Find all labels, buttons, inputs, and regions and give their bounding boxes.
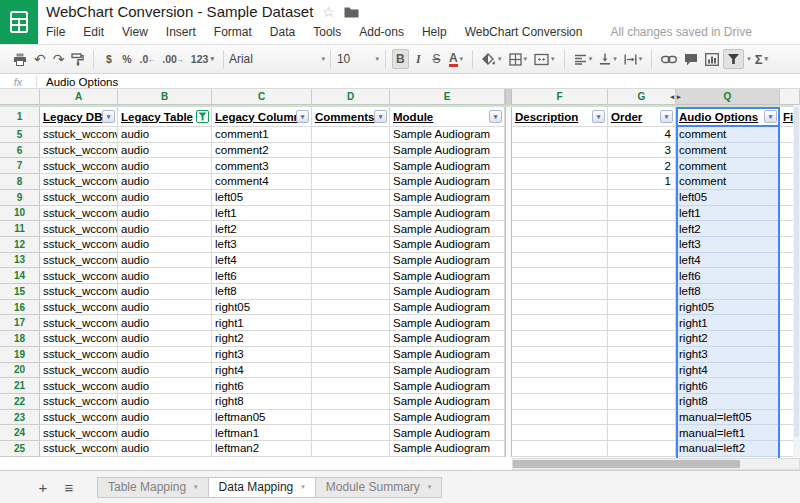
cell[interactable] (312, 174, 390, 190)
row-header-23[interactable]: 23 (0, 410, 40, 426)
format-currency-button[interactable]: $ (100, 49, 117, 69)
cell[interactable]: Sample Audiogram (390, 441, 505, 457)
tab-caret-icon[interactable]: ▾ (301, 483, 305, 491)
row-header-9[interactable]: 9 (0, 190, 40, 206)
cell[interactable]: right3 (212, 347, 312, 363)
increase-decimal-button[interactable]: .00→ (159, 49, 187, 69)
undo-icon[interactable]: ↶ (31, 49, 49, 69)
cell[interactable]: Sample Audiogram (390, 237, 505, 253)
cell[interactable]: comment (676, 143, 780, 159)
cell[interactable]: audio (118, 425, 212, 441)
cell[interactable]: right05 (212, 300, 312, 316)
cell[interactable] (608, 315, 676, 331)
column-header-description[interactable]: Description▾ (512, 107, 608, 127)
cell[interactable]: left3 (676, 237, 780, 253)
cell[interactable] (608, 347, 676, 363)
cell[interactable] (512, 206, 608, 222)
cell[interactable]: right4 (676, 363, 780, 379)
cell[interactable]: right6 (212, 378, 312, 394)
cell[interactable] (512, 331, 608, 347)
cell[interactable] (512, 315, 608, 331)
cell[interactable]: Sample Audiogram (390, 268, 505, 284)
cell[interactable] (312, 300, 390, 316)
cell[interactable] (512, 363, 608, 379)
cell[interactable]: Sample Audiogram (390, 174, 505, 190)
cell[interactable]: Sample Audiogram (390, 347, 505, 363)
cell[interactable]: left4 (212, 253, 312, 269)
column-letter-C[interactable]: C (212, 89, 312, 105)
cell[interactable] (608, 284, 676, 300)
cell[interactable] (512, 143, 608, 159)
cell[interactable]: audio (118, 221, 212, 237)
cell[interactable] (608, 441, 676, 457)
tab-caret-icon[interactable]: ▾ (428, 483, 432, 491)
menu-webchart-conversion[interactable]: WebChart Conversion (465, 25, 583, 39)
cell[interactable]: Sample Audiogram (390, 284, 505, 300)
vertical-align-button[interactable]: ▾ (596, 49, 620, 69)
star-icon[interactable]: ☆ (322, 5, 335, 19)
cell[interactable] (608, 221, 676, 237)
cell[interactable]: right4 (212, 363, 312, 379)
cell[interactable]: audio (118, 315, 212, 331)
cell[interactable]: Sample Audiogram (390, 206, 505, 222)
cell[interactable]: sstuck_wcconv (40, 127, 118, 143)
cell[interactable] (608, 300, 676, 316)
filter-dropdown-button[interactable]: ▾ (660, 110, 673, 123)
row-header-20[interactable]: 20 (0, 363, 40, 379)
cell[interactable]: comment3 (212, 158, 312, 174)
cell[interactable] (512, 190, 608, 206)
folder-icon[interactable] (344, 6, 359, 18)
number-format-button[interactable]: 123▾ (188, 49, 217, 69)
cell[interactable]: comment (676, 158, 780, 174)
cell[interactable]: sstuck_wcconv (40, 268, 118, 284)
cell[interactable]: comment (676, 127, 780, 143)
decrease-decimal-button[interactable]: .0← (136, 49, 158, 69)
insert-comment-button[interactable] (681, 49, 701, 69)
cell[interactable] (512, 158, 608, 174)
cell[interactable]: sstuck_wcconv (40, 190, 118, 206)
font-size-select[interactable]: 10▾ (331, 49, 385, 69)
row-header-15[interactable]: 15 (0, 284, 40, 300)
cell[interactable]: comment (676, 174, 780, 190)
cell[interactable]: comment2 (212, 143, 312, 159)
row-header-1[interactable]: 1 (0, 107, 40, 127)
row-header-6[interactable]: 6 (0, 143, 40, 159)
column-header-legacy-table[interactable]: Legacy Table (118, 107, 212, 127)
cell[interactable]: sstuck_wcconv (40, 315, 118, 331)
cell[interactable]: Sample Audiogram (390, 363, 505, 379)
cell[interactable]: Sample Audiogram (390, 127, 505, 143)
row-header-11[interactable]: 11 (0, 221, 40, 237)
redo-icon[interactable]: ↷ (50, 49, 68, 69)
borders-button[interactable]: ▾ (506, 49, 531, 69)
cell[interactable]: 3 (608, 143, 676, 159)
cell[interactable] (512, 221, 608, 237)
row-header-18[interactable]: 18 (0, 331, 40, 347)
cell[interactable]: comment4 (212, 174, 312, 190)
cell[interactable]: sstuck_wcconv (40, 206, 118, 222)
text-color-button[interactable]: A▾ (446, 49, 466, 69)
bold-button[interactable]: B (392, 49, 409, 69)
menu-help[interactable]: Help (422, 25, 447, 39)
cell[interactable] (512, 300, 608, 316)
column-letter-F[interactable]: F (512, 89, 608, 105)
row-header-14[interactable]: 14 (0, 268, 40, 284)
cell[interactable]: audio (118, 378, 212, 394)
cell[interactable]: right05 (676, 300, 780, 316)
cell[interactable]: audio (118, 158, 212, 174)
cell[interactable] (608, 425, 676, 441)
cell[interactable] (312, 441, 390, 457)
column-letter-B[interactable]: B (118, 89, 212, 105)
column-letter-D[interactable]: D (312, 89, 390, 105)
cell[interactable] (312, 315, 390, 331)
filter-dropdown-button[interactable]: ▾ (592, 110, 605, 123)
column-letter-A[interactable]: A (40, 89, 118, 105)
cell[interactable] (312, 284, 390, 300)
add-sheet-button[interactable]: + (30, 480, 56, 495)
filter-dropdown-button[interactable]: ▾ (296, 110, 309, 123)
cell[interactable]: Sample Audiogram (390, 425, 505, 441)
column-letter-G[interactable]: G◂ (608, 89, 676, 105)
cell[interactable]: audio (118, 206, 212, 222)
cell[interactable]: sstuck_wcconv (40, 158, 118, 174)
cell[interactable]: leftman05 (212, 410, 312, 426)
print-button[interactable] (10, 49, 30, 69)
